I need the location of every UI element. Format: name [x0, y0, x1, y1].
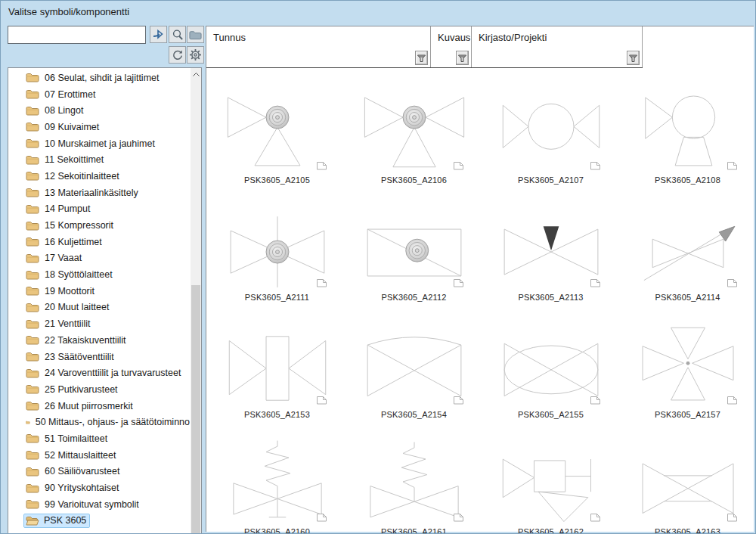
document-icon — [727, 513, 738, 523]
filter-button-kuvaus[interactable] — [456, 51, 469, 65]
symbol-id: PSK3605_A2111 — [245, 293, 309, 302]
tree-item-label: 19 Moottorit — [45, 286, 94, 296]
tree-item[interactable]: 90 Yrityskohtaiset — [8, 480, 190, 496]
symbol-graphic-ball-valve — [494, 87, 608, 173]
symbol-cell[interactable]: PSK3605_A2153 — [209, 308, 345, 425]
tree-item[interactable]: 08 Lingot — [8, 102, 190, 119]
tree-item[interactable]: 07 Erottimet — [8, 86, 190, 103]
tree-item[interactable]: 25 Putkivarusteet — [8, 381, 190, 398]
column-label: Kirjasto/Projekti — [472, 26, 642, 43]
scroll-up-icon[interactable] — [191, 68, 201, 80]
refresh-button[interactable] — [169, 46, 186, 64]
tree-item[interactable]: 60 Säiliövarusteet — [8, 464, 190, 480]
search-button[interactable] — [169, 26, 186, 43]
tree-item[interactable]: 22 Takaiskuventtiilit — [8, 332, 190, 349]
folder-icon — [26, 302, 39, 313]
symbol-cell[interactable]: PSK3605_A2106 — [345, 73, 482, 191]
symbol-cell[interactable]: PSK3605_A2154 — [345, 308, 482, 425]
folder-icon — [26, 400, 39, 411]
tree-item[interactable]: 20 Muut laitteet — [8, 300, 190, 316]
document-icon — [316, 396, 327, 405]
gear-icon — [189, 48, 202, 61]
tree-item[interactable]: 06 Seulat, sihdit ja lajittimet — [8, 70, 190, 86]
filter-button-kirjasto[interactable] — [627, 51, 640, 65]
symbol-cell[interactable]: PSK3605_A2161 — [345, 425, 482, 534]
symbol-graphic-spring-valve — [358, 437, 471, 525]
tree-item[interactable]: 12 Sekoitinlaitteet — [8, 168, 190, 185]
tree-item[interactable]: 51 Toimilaitteet — [8, 430, 190, 447]
tree-item[interactable]: 16 Kuljettimet — [8, 234, 190, 250]
folder-icon — [26, 466, 39, 477]
tree-item-label: 06 Seulat, sihdit ja lajittimet — [45, 73, 159, 83]
symbol-id: PSK3605_A2106 — [381, 175, 447, 185]
open-folder-button[interactable] — [187, 26, 204, 43]
scrollbar-thumb[interactable] — [191, 285, 200, 533]
tree-scrollbar[interactable] — [191, 68, 201, 533]
folder-icon — [26, 433, 39, 444]
tree-item[interactable]: 14 Pumput — [8, 201, 190, 218]
document-icon — [590, 513, 601, 523]
symbol-id: PSK3605_A2108 — [655, 175, 720, 185]
tree-item[interactable]: 26 Muut piirrosmerkit — [8, 398, 190, 414]
tree-item-label: 50 Mittaus-, ohjaus- ja säätötoiminno — [36, 417, 190, 427]
tree-item-label: 16 Kuljettimet — [45, 237, 102, 247]
document-icon — [316, 278, 327, 288]
folder-icon — [26, 154, 39, 166]
tree-item[interactable]: 17 Vaaat — [8, 250, 190, 267]
tree-item[interactable]: 21 Venttiilit — [8, 315, 190, 332]
symbol-cell[interactable]: PSK3605_A2163 — [619, 425, 756, 534]
document-icon — [727, 396, 738, 405]
folder-icon — [26, 72, 39, 83]
tree-item[interactable]: 10 Murskaimet ja jauhimet — [8, 135, 190, 152]
symbol-id: PSK3605_A2153 — [244, 410, 310, 419]
tree-item-label: 10 Murskaimet ja jauhimet — [45, 138, 155, 149]
tree-item[interactable]: 23 Säätöventtiilit — [8, 349, 190, 365]
symbol-cell[interactable]: PSK3605_A2108 — [619, 73, 756, 191]
tree-item[interactable]: 09 Kuivaimet — [8, 119, 190, 135]
symbol-cell[interactable]: PSK3605_A2105 — [209, 73, 345, 191]
tree-item-label: PSK 3605 — [44, 515, 86, 526]
symbol-cell[interactable]: PSK3605_A2112 — [345, 191, 482, 308]
tree-item-label: 23 Säätöventtiilit — [45, 352, 114, 362]
open-folder-icon — [26, 515, 39, 526]
tree-item[interactable]: 13 Materiaalinkäsittely — [8, 185, 190, 201]
tree-item[interactable]: 19 Moottorit — [8, 283, 190, 300]
symbol-cell[interactable]: PSK3605_A2114 — [619, 191, 756, 308]
symbol-id: PSK3605_A2157 — [655, 410, 720, 419]
search-input[interactable] — [8, 26, 146, 44]
tree-item-label: 14 Pumput — [45, 203, 90, 214]
go-button[interactable] — [150, 26, 167, 43]
symbol-cell[interactable]: PSK3605_A2157 — [619, 308, 756, 425]
symbol-cell[interactable]: PSK3605_A2107 — [482, 73, 619, 191]
settings-button[interactable] — [187, 46, 204, 64]
folder-icon — [26, 449, 39, 461]
tree-item[interactable]: 52 Mittauslaitteet — [8, 447, 190, 464]
symbol-cell[interactable]: PSK3605_A2160 — [209, 425, 345, 534]
window-title: Valitse symboli/komponentti — [2, 1, 754, 22]
document-icon — [316, 161, 327, 171]
tree-item-label: 60 Säiliövarusteet — [45, 466, 119, 477]
symbol-cell[interactable]: PSK3605_A2162 — [482, 425, 619, 534]
tree-item-label: 13 Materiaalinkäsittely — [45, 188, 138, 198]
symbol-graphic-wedge-ball-bottom-triangle — [221, 87, 334, 173]
symbol-cell[interactable]: PSK3605_A2155 — [482, 308, 619, 425]
symbol-grid: PSK3605_A2105 PSK3605_A2106 PSK3605_A210… — [209, 68, 756, 534]
filter-icon — [417, 54, 426, 63]
tree-item-selected[interactable]: PSK 3605 — [8, 513, 190, 529]
document-icon — [590, 278, 601, 288]
tree-item[interactable]: 24 Varoventtiilit ja turvavarusteet — [8, 365, 190, 381]
tree-item-label: 20 Muut laitteet — [45, 302, 109, 312]
symbol-id: PSK3605_A2154 — [381, 410, 447, 419]
tree-item-label: 08 Lingot — [45, 105, 83, 116]
refresh-icon — [172, 49, 184, 61]
symbol-graphic-circle-wedge-trapezoid — [631, 87, 745, 173]
symbol-cell[interactable]: PSK3605_A2113 — [482, 191, 619, 308]
tree-item[interactable]: 99 Varioituvat symbolit — [8, 496, 190, 513]
tree-item[interactable]: 50 Mittaus-, ohjaus- ja säätötoiminno — [8, 414, 190, 430]
tree-item[interactable]: 18 Syöttölaitteet — [8, 266, 190, 283]
tree-item-label: 07 Erottimet — [45, 89, 95, 100]
tree-item[interactable]: 15 Kompressorit — [8, 217, 190, 234]
tree-item[interactable]: 11 Sekoittimet — [8, 151, 190, 168]
symbol-cell[interactable]: PSK3605_A2111 — [209, 191, 345, 308]
filter-button-tunnus[interactable] — [415, 51, 428, 65]
